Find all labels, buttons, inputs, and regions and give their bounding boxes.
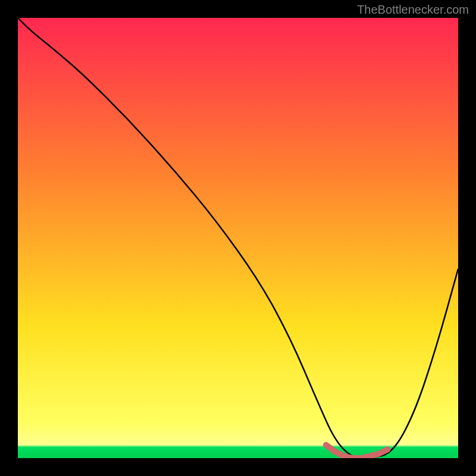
- chart-container: TheBottlenecker.com: [0, 0, 476, 476]
- watermark-text: TheBottlenecker.com: [357, 3, 469, 17]
- plot-area: [18, 18, 458, 458]
- chart-svg: [18, 18, 458, 458]
- gradient-background: [18, 18, 458, 458]
